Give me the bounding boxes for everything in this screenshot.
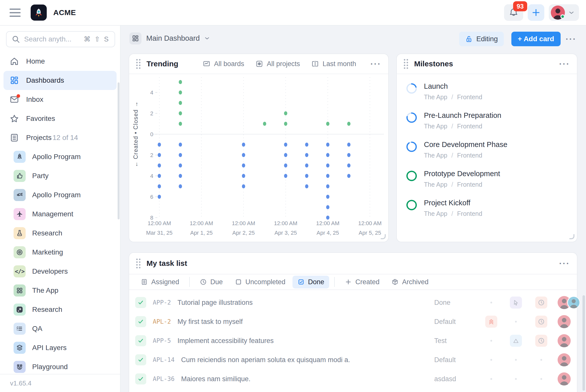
task-title[interactable]: My first task to myself [177,318,243,326]
sidebar-item-projects[interactable]: Projects12 of 14 [4,128,117,147]
svg-text:12:00 AM: 12:00 AM [274,220,297,226]
create-button[interactable] [528,4,544,21]
project-label: Research [32,306,62,314]
sidebar-item-inbox[interactable]: Inbox [4,90,117,109]
drag-handle-icon[interactable] [136,59,140,69]
filter-last-month[interactable]: Last month [311,60,356,68]
milestone-project[interactable]: The App [424,181,447,188]
milestone-board[interactable]: Frontend [457,93,482,101]
acme-logo[interactable] [31,5,47,21]
profile-menu[interactable] [549,4,579,21]
page-more-button[interactable]: ··· [566,35,576,43]
task-title[interactable]: Tutorial page illustrations [177,299,253,307]
task-status[interactable]: Default [434,356,456,364]
milestone-board[interactable]: Frontend [457,123,482,130]
filter-all-projects[interactable]: All projects [255,60,300,68]
milestone-project[interactable]: The App [424,152,447,159]
sidebar-item-dashboards[interactable]: Dashboards [4,71,117,90]
tab-label: Done [308,278,324,286]
assignee-avatars[interactable] [558,372,571,385]
done-checkbox-icon[interactable] [135,316,146,327]
task-row[interactable]: APL-2 My first task to myself Default [129,312,577,331]
sidebar-project-marketing[interactable]: Marketing [4,243,117,262]
resize-handle[interactable] [569,234,574,239]
assignee-avatars[interactable] [558,296,580,309]
milestone-board[interactable]: Frontend [457,181,482,188]
sidebar-scrollbar[interactable] [118,82,120,219]
sidebar-project-api-layers[interactable]: API Layers [4,338,117,357]
sidebar-project-research[interactable]: Research [4,224,117,243]
priority-urgent-icon[interactable] [485,316,497,328]
done-checkbox-icon[interactable] [135,354,146,365]
page-scrollbar[interactable] [582,295,585,391]
milestone-board[interactable]: Frontend [457,210,482,217]
milestone-row[interactable]: Prototype Development The App/Frontend [397,168,577,197]
priority-medium-icon[interactable] [510,335,522,347]
sidebar-project-research-2[interactable]: Research [4,300,117,319]
task-status[interactable]: Done [434,299,451,307]
empty-slot-dot [491,378,492,380]
task-title[interactable]: Maiores nam similique. [181,375,251,383]
hamburger-menu-icon[interactable] [10,6,24,20]
sidebar-item-home[interactable]: Home [4,52,117,71]
done-checkbox-icon[interactable] [135,373,146,384]
milestone-board[interactable]: Frontend [457,152,482,159]
milestone-row[interactable]: Pre-Launch Preparation The App/Frontend [397,110,577,139]
task-title[interactable]: Implement accessibility features [177,337,274,345]
task-rows: APP-2 Tutorial page illustrations Done A… [129,290,577,388]
milestone-row[interactable]: Core Development Phase The App/Frontend [397,139,577,168]
sidebar-project-party[interactable]: Party [4,166,117,185]
tab-due[interactable]: Due [195,276,228,288]
tab-done[interactable]: Done [292,276,329,288]
search-input[interactable] [24,35,80,43]
sidebar-project-qa[interactable]: QA [4,319,117,338]
filter-all-boards[interactable]: All boards [203,60,244,68]
task-row[interactable]: APL-36 Maiores nam similique. asdasd [129,369,577,388]
assignee-avatars[interactable] [558,315,571,328]
clock-icon[interactable] [535,335,547,347]
milestone-project[interactable]: The App [424,123,447,130]
milestone-project[interactable]: The App [424,210,447,217]
dashboards-icon [10,76,19,85]
add-card-button[interactable]: + Add card [511,32,561,46]
sidebar-project-apollo-program-2[interactable]: Apollo Program [4,185,117,205]
sidebar-project-management[interactable]: Management [4,205,117,224]
dashboard-selector[interactable]: Main Dashboard [146,26,210,51]
task-row[interactable]: APP-2 Tutorial page illustrations Done [129,293,577,312]
done-checkbox-icon[interactable] [135,297,146,308]
drag-handle-icon[interactable] [136,259,140,268]
sidebar-item-favorites[interactable]: Favorites [4,109,117,128]
task-status[interactable]: Default [434,318,456,326]
drag-handle-icon[interactable] [404,59,408,69]
cursor-icon[interactable] [510,297,522,309]
notifications-button[interactable]: 93 [504,4,523,21]
task-status[interactable]: asdasd [434,375,456,383]
tab-archived[interactable]: Archived [386,276,433,288]
sidebar-project-the-app[interactable]: The App [4,281,117,300]
sidebar-project-apollo-program[interactable]: Apollo Program [4,147,117,166]
card-more-button[interactable]: ··· [370,60,381,68]
task-title[interactable]: Cum reiciendis non aperiam soluta ex qui… [181,356,350,364]
milestone-project[interactable]: The App [424,93,447,101]
done-checkbox-icon[interactable] [135,335,146,346]
clock-icon[interactable] [535,316,547,328]
task-id: APL-36 [153,375,175,382]
search-box[interactable]: ⌘ ⇧ S [6,31,115,47]
task-row[interactable]: APL-14 Cum reiciendis non aperiam soluta… [129,350,577,369]
task-status[interactable]: Test [434,337,447,345]
milestone-row[interactable]: Launch The App/Frontend [397,81,577,110]
assignee-avatars[interactable] [558,334,571,347]
sidebar-project-developers[interactable]: </> Developers [4,262,117,281]
assignee-avatars[interactable] [558,353,571,366]
tab-assigned[interactable]: Assigned [136,276,184,288]
editing-button[interactable]: Editing [459,32,504,46]
task-row[interactable]: APP-5 Implement accessibility features T… [129,331,577,350]
projects-count: 12 of 14 [53,134,78,141]
tab-uncompleted[interactable]: Uncompleted [230,276,290,288]
card-more-button[interactable]: ··· [559,60,570,68]
clock-icon[interactable] [535,297,547,309]
card-more-button[interactable]: ··· [559,259,570,268]
tab-created[interactable]: Created [340,276,384,288]
sidebar-project-playground[interactable]: Playground [4,357,117,376]
milestone-row[interactable]: Project Kickoff The App/Frontend [397,197,577,226]
